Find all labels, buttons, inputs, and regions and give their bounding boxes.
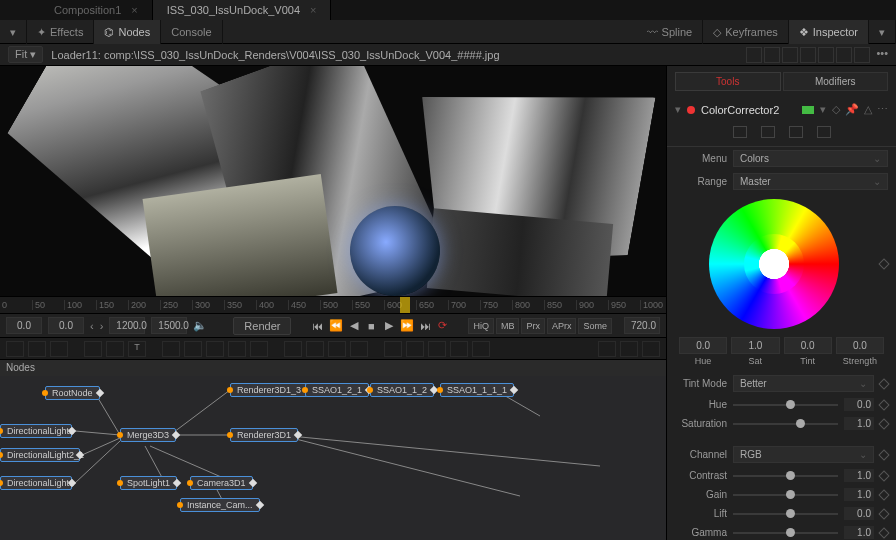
pin-icon[interactable]: 📌 bbox=[845, 103, 859, 116]
close-icon[interactable]: × bbox=[131, 4, 137, 16]
effects-tab[interactable]: ✦Effects bbox=[27, 20, 94, 44]
tool-icon[interactable] bbox=[450, 341, 468, 357]
stop-icon[interactable]: ■ bbox=[366, 317, 377, 335]
inspector-tab-modifiers[interactable]: Modifiers bbox=[783, 72, 889, 91]
render-button[interactable]: Render bbox=[233, 317, 291, 335]
tool-icon[interactable] bbox=[84, 341, 102, 357]
text-tool-icon[interactable]: T bbox=[128, 341, 146, 357]
spline-tab[interactable]: 〰Spline bbox=[637, 20, 704, 44]
keyframe-diamond-icon[interactable] bbox=[878, 399, 889, 410]
val-hue[interactable]: 0.0 bbox=[679, 337, 727, 354]
keyframe-diamond-icon[interactable] bbox=[878, 449, 889, 460]
range-in[interactable]: 0.0 bbox=[6, 317, 42, 334]
expand-right[interactable]: ▾ bbox=[869, 20, 896, 44]
tool-icon[interactable] bbox=[620, 341, 638, 357]
keyframe-diamond-icon[interactable] bbox=[878, 470, 889, 481]
keyframe-diamond-icon[interactable] bbox=[878, 378, 889, 389]
node-camera3d1[interactable]: Camera3D1 bbox=[190, 476, 253, 490]
tool-icon[interactable] bbox=[6, 341, 24, 357]
expand-icon[interactable]: ▾ bbox=[675, 103, 681, 116]
close-icon[interactable]: × bbox=[310, 4, 316, 16]
inspector-tab[interactable]: ❖Inspector bbox=[789, 20, 869, 44]
quality-mode-some[interactable]: Some bbox=[578, 318, 612, 334]
prev-key-icon[interactable]: ‹ bbox=[90, 320, 94, 332]
tool-icon[interactable] bbox=[284, 341, 302, 357]
keyframe-diamond-icon[interactable] bbox=[878, 489, 889, 500]
node-instance_cam...[interactable]: Instance_Cam... bbox=[180, 498, 260, 512]
quality-mode-aprx[interactable]: APrx bbox=[547, 318, 577, 334]
tintmode-select[interactable]: Better⌄ bbox=[733, 375, 874, 392]
tool-icon[interactable] bbox=[384, 341, 402, 357]
value-saturation[interactable]: 1.0 bbox=[844, 417, 874, 430]
fit-selector[interactable]: Fit ▾ bbox=[8, 46, 43, 63]
step-back-icon[interactable]: ⏪ bbox=[329, 317, 343, 335]
tool-icon[interactable] bbox=[250, 341, 268, 357]
val-sat[interactable]: 1.0 bbox=[731, 337, 779, 354]
slider-lift[interactable] bbox=[733, 513, 838, 515]
loop-icon[interactable]: ⟳ bbox=[437, 317, 448, 335]
quality-mode-mb[interactable]: MB bbox=[496, 318, 520, 334]
goto-end-icon[interactable]: ⏭ bbox=[420, 317, 431, 335]
tool-icon[interactable] bbox=[350, 341, 368, 357]
tab-composition1[interactable]: Composition1× bbox=[40, 0, 153, 20]
tab-active-comp[interactable]: ISS_030_IssUnDock_V004× bbox=[153, 0, 332, 20]
value-gain[interactable]: 1.0 bbox=[844, 488, 874, 501]
val-tint[interactable]: 0.0 bbox=[784, 337, 832, 354]
node-ssao1_1_1_1[interactable]: SSAO1_1_1_1 bbox=[440, 383, 514, 397]
inspector-tab-tools[interactable]: Tools bbox=[675, 72, 781, 91]
levels-page-icon[interactable] bbox=[761, 126, 775, 138]
current-frame[interactable]: 0.0 bbox=[48, 317, 84, 334]
node-spotlight1[interactable]: SpotLight1 bbox=[120, 476, 177, 490]
value-lift[interactable]: 0.0 bbox=[844, 507, 874, 520]
slider-hue[interactable] bbox=[733, 404, 838, 406]
value-hue[interactable]: 0.0 bbox=[844, 398, 874, 411]
tool-icon[interactable] bbox=[50, 341, 68, 357]
settings-icon[interactable]: ⋯ bbox=[877, 103, 888, 116]
quality-mode-prx[interactable]: Prx bbox=[521, 318, 545, 334]
audio-icon[interactable]: 🔈 bbox=[193, 319, 207, 332]
options-page-icon[interactable] bbox=[817, 126, 831, 138]
keyframe-diamond-icon[interactable] bbox=[878, 418, 889, 429]
step-fwd-icon[interactable]: ⏩ bbox=[400, 317, 414, 335]
tool-icon[interactable] bbox=[472, 341, 490, 357]
keyframe-diamond-icon[interactable] bbox=[878, 508, 889, 519]
slider-gain[interactable] bbox=[733, 494, 838, 496]
node-directionallight2_1[interactable]: DirectionalLight2_1 bbox=[0, 448, 80, 462]
node-graph[interactable]: RootNodeRenderer3D1_3SSAO1_2_1SSAO1_1_2S… bbox=[0, 376, 666, 540]
tool-icon[interactable] bbox=[642, 341, 660, 357]
node-rootnode[interactable]: RootNode bbox=[45, 386, 100, 400]
nodes-tab[interactable]: ⌬Nodes bbox=[94, 20, 161, 44]
keyframe-diamond-icon[interactable] bbox=[878, 258, 889, 269]
node-directionallight2[interactable]: DirectionalLight2 bbox=[0, 424, 72, 438]
play-reverse-icon[interactable]: ◀ bbox=[349, 317, 360, 335]
node-renderer3d1_3[interactable]: Renderer3D1_3 bbox=[230, 383, 308, 397]
value-gamma[interactable]: 1.0 bbox=[844, 526, 874, 539]
tool-icon[interactable] bbox=[28, 341, 46, 357]
slider-gamma[interactable] bbox=[733, 532, 838, 534]
keyframe-icon[interactable]: ◇ bbox=[832, 103, 840, 116]
tool-icon[interactable] bbox=[184, 341, 202, 357]
tool-icon[interactable] bbox=[428, 341, 446, 357]
suppress-page-icon[interactable] bbox=[789, 126, 803, 138]
val-strength[interactable]: 0.0 bbox=[836, 337, 884, 354]
timeline-ruler[interactable]: 0501001502002503003504004505005506006507… bbox=[0, 296, 666, 314]
brush-tool-icon[interactable] bbox=[162, 341, 180, 357]
goto-start-icon[interactable]: ⏮ bbox=[311, 317, 322, 335]
range-end[interactable]: 1500.0 bbox=[151, 317, 187, 334]
viewer[interactable] bbox=[0, 66, 666, 296]
next-key-icon[interactable]: › bbox=[100, 320, 104, 332]
channel-select[interactable]: RGB⌄ bbox=[733, 446, 874, 463]
tool-icon[interactable] bbox=[306, 341, 324, 357]
slider-contrast[interactable] bbox=[733, 475, 838, 477]
range-start[interactable]: 1200.0 bbox=[109, 317, 145, 334]
tool-icon[interactable] bbox=[206, 341, 224, 357]
range-select[interactable]: Master⌄ bbox=[733, 173, 888, 190]
tool-icon[interactable] bbox=[406, 341, 424, 357]
node-ssao1_2_1[interactable]: SSAO1_2_1 bbox=[305, 383, 369, 397]
quality-mode-hiq[interactable]: HiQ bbox=[468, 318, 494, 334]
console-tab[interactable]: Console bbox=[161, 20, 222, 44]
tool-icon[interactable] bbox=[598, 341, 616, 357]
slider-saturation[interactable] bbox=[733, 423, 838, 425]
lock-icon[interactable]: △ bbox=[864, 103, 872, 116]
tool-icon[interactable] bbox=[228, 341, 246, 357]
